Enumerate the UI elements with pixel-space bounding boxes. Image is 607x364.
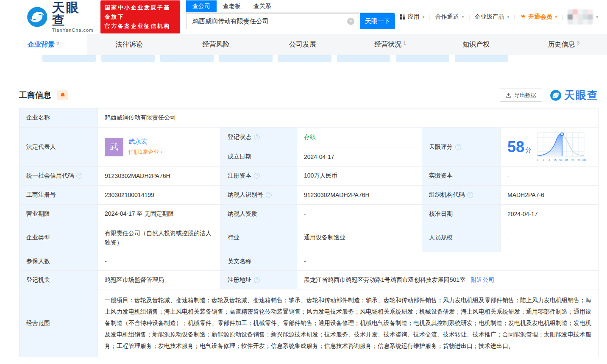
nav-partner-channel[interactable]: 合作通道 ▾ bbox=[431, 13, 469, 21]
clear-search-icon[interactable]: × bbox=[347, 18, 354, 25]
reg-number-label: 工商注册号 bbox=[19, 186, 98, 205]
org-code-label: 组织机构代码? bbox=[422, 186, 501, 205]
business-term-value: 2024-04-17 至 无固定期限 bbox=[98, 205, 221, 223]
establish-date-value: 2024-04-17 bbox=[297, 147, 422, 167]
badge-line1: 国家中小企业发展子基金旗下 bbox=[105, 3, 176, 22]
subnav-chip[interactable] bbox=[160, 55, 214, 62]
taxpayer-id-value: 91230302MADH2PA76H bbox=[297, 186, 422, 205]
company-type-label: 企业类型 bbox=[19, 223, 98, 252]
staff-size-value: - bbox=[501, 223, 598, 252]
taxpayer-quality-value: - bbox=[297, 205, 422, 223]
search-input[interactable]: 鸡西威润传动有限责任公司 × bbox=[186, 13, 359, 29]
help-icon[interactable]: ? bbox=[254, 173, 260, 179]
reg-authority-label: 登记机关 bbox=[19, 271, 98, 289]
legal-rep-label: 法定代表人 bbox=[19, 128, 98, 167]
tab-intellectual-property[interactable]: 知识产权 bbox=[434, 34, 521, 55]
nav-open-vip[interactable]: 开通会员 ▾ bbox=[515, 13, 562, 21]
chevron-down-icon: ▾ bbox=[423, 15, 425, 19]
subnav-chip[interactable] bbox=[396, 55, 449, 62]
company-name-value: 鸡西威润传动有限责任公司 bbox=[98, 108, 598, 128]
vip-crown-icon bbox=[520, 14, 526, 20]
approval-date-value: 2024-04-17 bbox=[501, 205, 598, 223]
reg-status-label: 登记状态 ? bbox=[221, 128, 297, 147]
logo-subtitle: TianYanCha.com bbox=[52, 28, 94, 33]
site-logo[interactable]: 天眼查 TianYanCha.com bbox=[26, 1, 94, 33]
bell-icon bbox=[60, 92, 66, 98]
gov-certification-badge: 国家中小企业发展子基金旗下 官方备案企业征信机构 bbox=[100, 0, 180, 33]
tianyancha-swirl-icon bbox=[550, 89, 562, 101]
search-tab-relation[interactable]: 查关系 bbox=[247, 0, 278, 12]
search-block: 查公司 查老板 查关系 鸡西威润传动有限责任公司 × 天眼一下 bbox=[186, 0, 395, 29]
nearby-companies-link[interactable]: 附近公司 bbox=[471, 276, 494, 284]
help-icon[interactable]: ? bbox=[467, 192, 473, 198]
score-value: 58分 0 1 bbox=[501, 128, 598, 167]
paid-capital-label: 实缴资本 bbox=[422, 167, 501, 186]
business-term-label: 营业期限 bbox=[19, 205, 98, 223]
business-scope-value: 一般项目：齿轮及齿轮减、变速箱制造；齿轮及齿轮减、变速箱销售；轴承、齿轮和传动部… bbox=[98, 289, 598, 357]
score-distribution-chart: 0 1 3 15 50 85 97 99 100 bbox=[536, 131, 586, 163]
subnav-chip[interactable] bbox=[278, 55, 331, 62]
reg-number-value: 230302100014199 bbox=[98, 186, 221, 205]
legal-rep-value: 武 武永宏 任职1家企业 › bbox=[98, 128, 221, 167]
legal-rep-name-link[interactable]: 武永宏 bbox=[128, 138, 148, 145]
business-info-section-head: 工商信息 导出数据 天眼查 bbox=[19, 88, 599, 102]
english-name-value: - bbox=[297, 252, 598, 271]
user-avatar-blurred bbox=[568, 9, 593, 25]
monitor-bell-button[interactable] bbox=[57, 90, 68, 100]
help-icon[interactable]: ? bbox=[76, 173, 82, 179]
help-icon[interactable]: ? bbox=[254, 277, 260, 283]
legal-rep-companies-link[interactable]: 任职1家企业 › bbox=[128, 148, 162, 156]
export-data-button[interactable]: 导出数据 bbox=[500, 89, 542, 102]
nav-enterprise-products[interactable]: 企业级产品 ▾ bbox=[470, 13, 514, 21]
tab-operating-status[interactable]: 经营状况1 bbox=[347, 34, 434, 55]
search-row: 鸡西威润传动有限责任公司 × 天眼一下 bbox=[186, 13, 395, 29]
search-tab-boss[interactable]: 查老板 bbox=[217, 0, 247, 12]
chevron-down-icon: ▾ bbox=[462, 15, 464, 19]
nav-apps[interactable]: 应用 ▾ bbox=[395, 13, 429, 21]
industry-value: 通用设备制造业 bbox=[297, 223, 422, 252]
subnav-chip[interactable] bbox=[455, 55, 508, 62]
company-profile-tabs: 企业背景5 法律诉讼 经营风险 公司发展 经营状况1 知识产权 历史信息3 bbox=[0, 34, 607, 55]
svg-text:0: 0 bbox=[537, 158, 538, 161]
english-name-label: 英文名称 bbox=[221, 252, 297, 271]
subnav-chip[interactable] bbox=[101, 55, 155, 62]
subnav-chip[interactable] bbox=[42, 55, 96, 62]
reg-status-value: 存续 bbox=[297, 128, 422, 147]
help-icon[interactable]: ? bbox=[254, 134, 260, 140]
svg-text:97: 97 bbox=[571, 158, 574, 161]
approval-date-label: 核准日期 bbox=[422, 205, 501, 223]
tab-operation-risk[interactable]: 经营风险 bbox=[173, 34, 260, 55]
tab-company-development[interactable]: 公司发展 bbox=[260, 34, 347, 55]
subnav-chip[interactable] bbox=[337, 55, 390, 62]
org-code-value: MADH2PA7-6 bbox=[501, 186, 598, 205]
chevron-down-icon: ▾ bbox=[596, 15, 598, 19]
address-label: 注册地址? bbox=[221, 271, 297, 289]
top-bar: 天眼查 TianYanCha.com 国家中小企业发展子基金旗下 官方备案企业征… bbox=[0, 0, 607, 34]
logo-title: 天眼查 bbox=[52, 1, 94, 27]
establish-date-label: 成立日期 bbox=[221, 147, 297, 167]
subnav-chip[interactable] bbox=[219, 55, 273, 62]
business-info-table: 企业名称 鸡西威润传动有限责任公司 法定代表人 武 武永宏 任职1家企业 › 登… bbox=[19, 108, 599, 357]
address-value: 黑龙江省鸡西市鸡冠区劳动路1号鸡西市双创科技发展园501室 附近公司 bbox=[297, 271, 598, 289]
top-navigation: 应用 ▾ | 合作通道 ▾ | 企业级产品 ▾ | 开通会员 ▾ | bbox=[395, 9, 603, 25]
section-title: 工商信息 bbox=[19, 90, 51, 101]
business-scope-label: 经营范围 bbox=[19, 289, 98, 357]
search-tab-company[interactable]: 查公司 bbox=[186, 0, 217, 12]
tab-business-background[interactable]: 企业背景5 bbox=[0, 34, 87, 55]
credit-code-value: 91230302MADH2PA76H bbox=[98, 167, 221, 186]
badge-line2: 官方备案企业征信机构 bbox=[105, 22, 176, 31]
svg-text:100: 100 bbox=[582, 158, 586, 161]
search-input-value: 鸡西威润传动有限责任公司 bbox=[192, 17, 347, 25]
help-icon[interactable]: ? bbox=[266, 192, 272, 198]
company-name-label: 企业名称 bbox=[19, 108, 98, 128]
download-icon bbox=[506, 92, 511, 98]
svg-text:99: 99 bbox=[577, 158, 580, 161]
chevron-down-icon: ▾ bbox=[507, 15, 510, 19]
tab-history-info[interactable]: 历史信息3 bbox=[520, 34, 607, 55]
paid-capital-value: - bbox=[501, 167, 598, 186]
user-account[interactable]: ▾ bbox=[563, 9, 603, 25]
help-icon[interactable]: ? bbox=[455, 144, 461, 150]
legal-rep-avatar[interactable]: 武 bbox=[105, 138, 123, 156]
tab-legal-proceedings[interactable]: 法律诉讼 bbox=[87, 34, 174, 55]
search-button[interactable]: 天眼一下 bbox=[360, 13, 395, 29]
